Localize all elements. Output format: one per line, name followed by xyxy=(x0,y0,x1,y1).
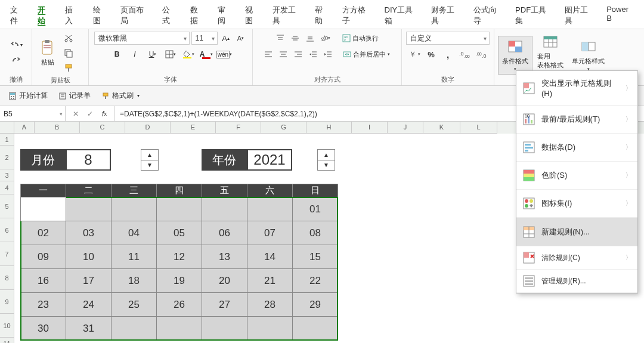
calendar-cell[interactable]: 07 xyxy=(247,221,293,245)
align-top-button[interactable] xyxy=(274,32,287,45)
calendar-cell[interactable] xyxy=(293,317,338,341)
calendar-cell[interactable]: 16 xyxy=(21,269,66,293)
calendar-cell[interactable]: 09 xyxy=(21,245,66,269)
paste-button[interactable]: 粘贴 xyxy=(36,38,60,69)
ribbon-tab-12[interactable]: DIY工具箱 xyxy=(379,2,424,29)
row-header[interactable]: 7 xyxy=(0,242,14,266)
merge-center-button[interactable]: 合并后居中▾ xyxy=(340,48,392,61)
format-painter-qat-button[interactable]: 格式刷▾ xyxy=(99,89,142,102)
ribbon-tab-14[interactable]: 公式向导 xyxy=(468,2,507,29)
calendar-cell[interactable]: 26 xyxy=(157,293,202,317)
col-header[interactable]: D xyxy=(125,122,171,134)
col-header[interactable]: E xyxy=(171,122,216,134)
comma-button[interactable]: , xyxy=(441,48,454,61)
cf-menu-item-6[interactable]: 清除规则(C)〉 xyxy=(516,246,637,270)
cell-styles-button[interactable]: 单元格样式▾ xyxy=(568,36,608,74)
calendar-cell[interactable] xyxy=(21,197,66,221)
calc-button[interactable]: 开始计算 xyxy=(6,89,50,102)
font-size-select[interactable]: 11 xyxy=(191,32,218,45)
increase-decimal-button[interactable]: .0.00 xyxy=(458,48,471,61)
cf-menu-item-0[interactable]: 突出显示单元格规则(H)〉 xyxy=(516,71,637,106)
ribbon-tab-17[interactable]: Power B xyxy=(601,2,639,29)
month-spinner[interactable]: ▲▼ xyxy=(141,149,159,171)
row-header[interactable]: 9 xyxy=(0,290,14,314)
calendar-cell[interactable]: 08 xyxy=(293,221,338,245)
ribbon-tab-11[interactable]: 方方格子 xyxy=(337,2,376,29)
bold-button[interactable]: B xyxy=(110,48,123,61)
decrease-decimal-button[interactable]: .00.0 xyxy=(475,48,488,61)
ribbon-tab-0[interactable]: 文件 xyxy=(5,2,30,29)
col-header[interactable]: G xyxy=(261,122,306,134)
select-all-corner[interactable] xyxy=(0,122,14,134)
calendar-cell[interactable]: 24 xyxy=(66,293,112,317)
ribbon-tab-6[interactable]: 数据 xyxy=(185,2,210,29)
name-box[interactable]: B5 xyxy=(0,106,66,121)
col-header[interactable]: C xyxy=(80,122,125,134)
ribbon-tab-8[interactable]: 视图 xyxy=(240,2,265,29)
ribbon-tab-16[interactable]: 图片工具 xyxy=(559,2,599,29)
calendar-cell[interactable]: 06 xyxy=(202,221,247,245)
col-header[interactable]: I xyxy=(352,122,388,134)
italic-button[interactable]: I xyxy=(128,48,141,61)
calendar-cell[interactable]: 28 xyxy=(247,293,293,317)
row-header[interactable]: 10 xyxy=(0,314,14,338)
col-header[interactable]: A xyxy=(14,122,35,134)
cancel-formula-button[interactable]: ✕ xyxy=(69,107,82,120)
col-header[interactable]: H xyxy=(306,122,352,134)
ribbon-tab-10[interactable]: 帮助 xyxy=(309,2,335,29)
align-right-button[interactable] xyxy=(292,48,305,61)
font-name-select[interactable]: 微软雅黑 xyxy=(94,32,190,45)
calendar-cell[interactable] xyxy=(66,197,112,221)
calendar-cell[interactable]: 12 xyxy=(157,245,202,269)
copy-button[interactable] xyxy=(62,47,75,60)
spinner-up-icon[interactable]: ▲ xyxy=(141,150,158,160)
decrease-indent-button[interactable] xyxy=(306,48,320,61)
cf-menu-item-1[interactable]: 10最前/最后规则(T)〉 xyxy=(516,106,637,134)
phonetic-button[interactable]: wén▾ xyxy=(218,48,231,61)
ribbon-tab-9[interactable]: 开发工具 xyxy=(267,2,306,29)
font-color-button[interactable]: A▾ xyxy=(200,48,213,61)
spinner-up-icon[interactable]: ▲ xyxy=(318,150,335,160)
accounting-format-button[interactable]: ￥▾ xyxy=(408,48,421,61)
format-painter-button[interactable] xyxy=(62,61,75,75)
insert-function-button[interactable]: fx xyxy=(98,107,111,120)
calendar-cell[interactable]: 01 xyxy=(293,197,338,221)
calendar-cell[interactable]: 05 xyxy=(157,221,202,245)
calendar-cell[interactable]: 31 xyxy=(66,317,112,341)
calendar-cell[interactable] xyxy=(157,197,202,221)
number-format-select[interactable]: 自定义 xyxy=(406,32,490,45)
cf-menu-item-3[interactable]: 色阶(S)〉 xyxy=(516,162,637,190)
ribbon-tab-5[interactable]: 公式 xyxy=(157,2,182,29)
row-header[interactable]: 4 xyxy=(0,181,14,194)
calendar-cell[interactable]: 22 xyxy=(293,269,338,293)
cut-button[interactable] xyxy=(62,32,75,45)
cf-menu-item-2[interactable]: 数据条(D)〉 xyxy=(516,134,637,162)
align-left-button[interactable] xyxy=(262,48,275,61)
calendar-cell[interactable]: 04 xyxy=(112,221,157,245)
underline-button[interactable]: U▾ xyxy=(146,48,159,61)
confirm-formula-button[interactable]: ✓ xyxy=(83,107,97,120)
calendar-cell[interactable] xyxy=(247,317,293,341)
calendar-cell[interactable]: 15 xyxy=(293,245,338,269)
row-header[interactable]: 3 xyxy=(0,169,14,181)
calendar-cell[interactable]: 02 xyxy=(21,221,66,245)
align-bottom-button[interactable] xyxy=(304,32,317,45)
calendar-cell[interactable]: 11 xyxy=(112,245,157,269)
cf-menu-item-5[interactable]: 新建规则(N)... xyxy=(516,218,637,246)
ribbon-tab-1[interactable]: 开始 xyxy=(32,2,57,29)
percent-button[interactable]: % xyxy=(425,48,438,61)
wrap-text-button[interactable]: abc自动换行 xyxy=(340,32,381,45)
calendar-cell[interactable]: 03 xyxy=(66,221,112,245)
ribbon-tab-4[interactable]: 页面布局 xyxy=(115,2,154,29)
align-center-button[interactable] xyxy=(277,48,290,61)
undo-button[interactable]: ▾ xyxy=(10,39,23,52)
calendar-cell[interactable] xyxy=(247,197,293,221)
calendar-cell[interactable]: 30 xyxy=(21,317,66,341)
increase-indent-button[interactable] xyxy=(321,48,335,61)
orientation-button[interactable]: ab▾ xyxy=(318,32,332,45)
row-header[interactable]: 5 xyxy=(0,194,14,218)
row-header[interactable]: 6 xyxy=(0,218,14,242)
calendar-cell[interactable]: 17 xyxy=(66,269,112,293)
cf-menu-item-4[interactable]: 图标集(I)〉 xyxy=(516,190,637,218)
row-header[interactable]: 1 xyxy=(0,134,14,146)
